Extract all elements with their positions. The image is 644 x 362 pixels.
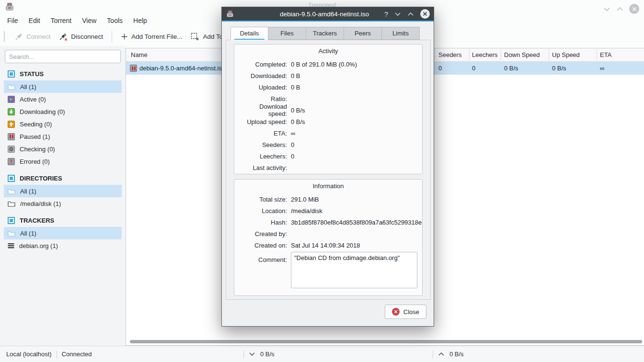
- column-header-leechers[interactable]: Leechers: [472, 51, 497, 58]
- sidebar-item-checking[interactable]: Checking (0): [4, 143, 122, 155]
- cell-eta: ∞: [600, 65, 604, 72]
- column-divider[interactable]: [501, 49, 501, 60]
- field-label: Hash:: [239, 219, 287, 226]
- field-label: Created by:: [239, 230, 287, 238]
- upload-chevron-icon: [438, 352, 445, 356]
- menu-bar: File Edit Torrent View Tools Help: [2, 14, 152, 27]
- column-divider[interactable]: [435, 49, 435, 60]
- sidebar-item-paused[interactable]: Paused (1): [4, 130, 122, 143]
- item-label: Checking (0): [20, 146, 55, 153]
- tab-limits[interactable]: Limits: [382, 27, 420, 40]
- cell-up-speed: 0 B/s: [552, 65, 566, 72]
- field-label: Leechers:: [239, 153, 287, 160]
- tab-files[interactable]: Files: [268, 27, 306, 40]
- tab-details[interactable]: Details: [230, 27, 268, 40]
- download-chevron-icon: [249, 352, 255, 356]
- field-value: ∞: [291, 130, 295, 137]
- field-label: Seeders:: [239, 141, 287, 148]
- field-value: Sat Jul 14 14:09:34 2018: [291, 242, 360, 249]
- window-maximize-icon[interactable]: [616, 7, 623, 11]
- column-header-eta[interactable]: ETA: [600, 51, 611, 58]
- folder-icon: [8, 230, 15, 237]
- dialog-maximize-icon[interactable]: [407, 12, 414, 16]
- sidebar-item-media-disk[interactable]: /media/disk (1): [4, 197, 122, 210]
- sidebar-item-status-all[interactable]: All (1): [4, 80, 122, 93]
- tab-peers[interactable]: Peers: [344, 27, 382, 40]
- sidebar-item-trackers-all[interactable]: All (1): [4, 227, 122, 239]
- item-label: Seeding (0): [20, 121, 52, 128]
- field-label: Location:: [239, 207, 287, 215]
- window-minimize-icon[interactable]: [603, 7, 610, 11]
- column-header-up-speed[interactable]: Up Speed: [552, 51, 580, 58]
- item-label: All (1): [20, 188, 36, 195]
- field-label: Completed:: [239, 61, 287, 68]
- search-input[interactable]: [5, 50, 121, 63]
- field-label: Downloaded:: [239, 72, 287, 79]
- comment-textarea[interactable]: "Debian CD from cdimage.debian.org": [291, 252, 417, 288]
- column-divider[interactable]: [597, 49, 597, 60]
- status-bar: Local (localhost) Connected 0 B/s 0 B/s: [0, 346, 644, 362]
- folder-icon: [8, 188, 15, 194]
- add-torrent-file-label: Add Torrent File...: [131, 33, 182, 40]
- group-title: Activity: [239, 47, 417, 56]
- column-divider[interactable]: [469, 49, 470, 60]
- folder-icon: [8, 201, 15, 207]
- close-button[interactable]: Close: [385, 305, 426, 319]
- checkbox-icon: [8, 70, 15, 78]
- column-header-name[interactable]: Name: [131, 51, 148, 58]
- window-close-icon[interactable]: [629, 4, 639, 14]
- sidebar-section-directories[interactable]: DIRECTORIES: [4, 172, 122, 184]
- activity-group: Activity Completed:0 B of 291.0 MiB (0.0…: [234, 44, 423, 174]
- column-header-seeders[interactable]: Seeders: [438, 51, 461, 58]
- item-label: /media/disk (1): [20, 200, 61, 207]
- field-value: 0 B/s: [291, 107, 305, 114]
- titlebar-accent-line: [222, 21, 434, 22]
- plug-disconnect-icon: [59, 33, 68, 41]
- field-value: 291.0 MiB: [291, 196, 319, 203]
- field-label: Last activity:: [239, 164, 287, 171]
- field-label: ETA:: [239, 130, 287, 137]
- close-button-label: Close: [403, 308, 419, 316]
- statusbar-divider: [243, 351, 244, 358]
- error-icon: !: [8, 158, 15, 165]
- disconnect-label: Disconnect: [71, 33, 103, 40]
- tab-trackers[interactable]: Trackers: [306, 27, 344, 40]
- help-button[interactable]: ?: [384, 10, 388, 18]
- sidebar-item-active[interactable]: Active (0): [4, 93, 122, 105]
- menu-help[interactable]: Help: [128, 15, 152, 26]
- sidebar-item-tracker-debian[interactable]: debian.org (1): [4, 239, 122, 252]
- tab-bar: Details Files Trackers Peers Limits: [230, 27, 420, 40]
- torrent-properties-dialog: debian-9.5.0-amd64-netinst.iso ? Details…: [221, 7, 434, 327]
- menu-edit[interactable]: Edit: [23, 15, 46, 26]
- checkbox-icon: [8, 175, 15, 182]
- dialog-minimize-icon[interactable]: [394, 12, 401, 16]
- menu-torrent[interactable]: Torrent: [46, 15, 77, 26]
- sidebar-item-downloading[interactable]: Downloading (0): [4, 105, 122, 118]
- upload-speed-status: 0 B/s: [433, 346, 464, 362]
- menu-file[interactable]: File: [2, 15, 23, 26]
- item-label: All (1): [20, 230, 36, 237]
- menu-tools[interactable]: Tools: [102, 15, 128, 26]
- sidebar-section-status[interactable]: STATUS: [4, 68, 122, 79]
- checkbox-icon: [8, 217, 15, 224]
- column-divider[interactable]: [549, 49, 549, 60]
- menu-view[interactable]: View: [77, 15, 102, 26]
- toolbar-separator: [112, 31, 112, 43]
- add-torrent-file-button[interactable]: Add Torrent File...: [116, 31, 186, 43]
- statusbar-divider: [57, 351, 57, 358]
- upload-speed-value: 0 B/s: [449, 351, 464, 358]
- horizontal-scrollbar[interactable]: [130, 340, 642, 343]
- gear-icon: [8, 146, 15, 153]
- sidebar-item-errored[interactable]: ! Errored (0): [4, 155, 122, 168]
- field-value: /media/disk: [291, 207, 322, 215]
- sidebar-item-seeding[interactable]: Seeding (0): [4, 118, 122, 130]
- toolbar-drag-handle[interactable]: [4, 31, 5, 42]
- disconnect-button[interactable]: Disconnect: [55, 30, 107, 43]
- field-value: 0 B of 291.0 MiB (0.0%): [291, 61, 357, 68]
- sidebar-item-directories-all[interactable]: All (1): [4, 185, 122, 197]
- connect-button[interactable]: Connect: [11, 30, 55, 43]
- dialog-close-icon[interactable]: [420, 9, 430, 19]
- column-header-down-speed[interactable]: Down Speed: [504, 51, 540, 58]
- sidebar-section-trackers[interactable]: TRACKERS: [4, 215, 122, 226]
- download-speed-status: 0 B/s: [243, 346, 275, 362]
